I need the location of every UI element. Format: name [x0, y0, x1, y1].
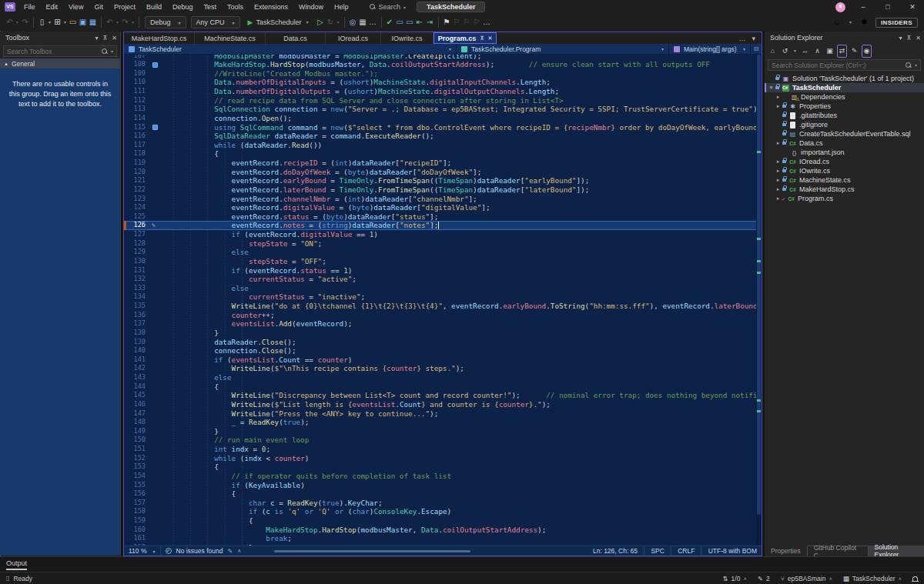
tree-item-taskscheduler[interactable]: ▾C#TaskScheduler	[765, 83, 924, 92]
toggle-bookmark-icon[interactable]: ⚑	[442, 15, 452, 30]
panel-tab-solution-explorer[interactable]: Solution Explorer	[869, 546, 924, 556]
tree-item-properties[interactable]: ▸✱Properties	[765, 102, 924, 111]
code-line[interactable]: 132 currentStatus = "active";	[124, 275, 762, 284]
chevron-right-icon[interactable]: ▸	[775, 186, 782, 192]
next-bookmark-icon[interactable]: ⚐	[462, 15, 472, 30]
uncomment-icon[interactable]: ▭	[405, 15, 415, 30]
code-line[interactable]: 146 WriteLine($"List length is {eventsLi…	[124, 400, 762, 409]
switch-views-icon[interactable]: ↔	[800, 45, 810, 57]
code-line[interactable]: 159 {	[124, 516, 762, 526]
code-line[interactable]: 111 Data.numberOfDigitalOutputs = (ushor…	[124, 87, 762, 96]
issues-status[interactable]: No issues found	[176, 547, 223, 555]
code-line[interactable]: 119 eventRecord.recipeID = (int)dataRead…	[124, 159, 762, 168]
feedback-icon[interactable]: ☺	[832, 15, 842, 30]
code-line[interactable]: 118 {	[124, 149, 762, 159]
code-line[interactable]: 160 MakeHardStop.HardStop(modbusMaster, …	[124, 526, 762, 535]
zoom-select[interactable]: 110 % ▾	[129, 547, 161, 555]
chevron-down-icon[interactable]: ▾	[899, 35, 902, 42]
code-line[interactable]: 143 else	[124, 373, 762, 382]
menu-window[interactable]: Window	[293, 0, 329, 14]
encoding-indicator[interactable]: UTF-8 with BOM	[708, 547, 757, 555]
spaces-indicator[interactable]: SPC	[651, 547, 664, 555]
code-line[interactable]: 155 if (KeyAvailable)	[124, 481, 762, 490]
code-line[interactable]: 158 if (c is 'q' or 'Q' or (char)Console…	[124, 507, 762, 516]
code-line[interactable]: 149 }	[124, 427, 762, 436]
platform-dropdown[interactable]: Any CPU▾	[191, 16, 240, 28]
line-ending-indicator[interactable]: CRLF	[678, 547, 695, 555]
tree-item-machinestate-cs[interactable]: ▸C#MachineState.cs	[765, 175, 924, 185]
comment-icon[interactable]: ▭	[395, 15, 405, 30]
tree-item-important-json[interactable]: {}important.json	[765, 148, 924, 157]
close-icon[interactable]: ✕	[112, 35, 117, 42]
code-line[interactable]: 126✎ eventRecord.notes = (string)dataRea…	[124, 221, 762, 230]
tree-item-iowrite-cs[interactable]: ▸C#IOwrite.cs	[765, 166, 924, 175]
nav-back-icon[interactable]: ↶	[5, 15, 15, 30]
solution-explorer-search-input[interactable]	[772, 62, 906, 69]
tree-item-ioread-cs[interactable]: ▸C#IOread.cs	[765, 157, 924, 166]
tab-program-cs[interactable]: Program.cs⊼✕	[434, 32, 497, 44]
menu-extensions[interactable]: Extensions	[249, 0, 293, 14]
pin-icon[interactable]: ⊼	[102, 35, 107, 42]
tab-makehardstop-cs[interactable]: MakeHardStop.cs	[124, 32, 195, 44]
save-icon[interactable]: ▣	[78, 15, 88, 30]
branch-status[interactable]: ⑂ep5BASmain∧	[781, 575, 832, 582]
feedback-monitor-icon[interactable]: ▯	[6, 575, 9, 582]
code-line[interactable]: 109 //WriteLine("Created Modbus master."…	[124, 69, 762, 78]
tree-item--gitattributes[interactable]: .gitattributes	[765, 111, 924, 120]
solution-explorer-search[interactable]: ▾	[768, 59, 921, 71]
scope-to-this-icon[interactable]: ⇄	[837, 45, 847, 58]
code-line[interactable]: 151 int indx = 0;	[124, 445, 762, 454]
new-file-icon[interactable]: ▯	[37, 15, 47, 30]
tree-item-dependencies[interactable]: ▸▥⚠Dependencies	[765, 92, 924, 102]
toolbox-group-general[interactable]: ▲ General	[0, 58, 120, 68]
tab-iowrite-cs[interactable]: IOwrite.cs	[381, 32, 434, 44]
decrease-indent-icon[interactable]: ⇤	[415, 15, 425, 30]
close-icon[interactable]: ✕	[487, 35, 492, 42]
tree-item-solution-taskscheduler-1-of-1-project-[interactable]: ▣Solution 'TaskScheduler' (1 of 1 projec…	[765, 74, 924, 83]
chevron-down-icon[interactable]: ▾	[768, 85, 775, 91]
chevron-down-icon[interactable]: ▾	[95, 35, 98, 42]
code-line[interactable]: 122 eventRecord.laterBound = TimeOnly.Fr…	[124, 185, 762, 195]
health-check-icon[interactable]: ✔	[166, 548, 172, 554]
code-line[interactable]: 128 stepState = "ON";	[124, 239, 762, 249]
code-line[interactable]: 114 connection.Open();	[124, 114, 762, 123]
code-line[interactable]: 148 _ = ReadKey(true);	[124, 418, 762, 427]
edit-overflow-icon[interactable]: …	[482, 15, 492, 30]
split-editor-icon[interactable]: ⊟	[751, 44, 762, 54]
code-editor[interactable]: 107 ModbusIpMaster modbusMaster = Modbus…	[124, 55, 762, 546]
tab-overflow-icon[interactable]: …	[738, 35, 745, 42]
settings-gear-icon[interactable]: ✱	[859, 15, 869, 30]
nav-back-caret-icon[interactable]: ▾	[15, 15, 20, 30]
code-line[interactable]: 107 ModbusIpMaster modbusMaster = Modbus…	[124, 55, 762, 60]
tree-item-createtaskschedulereventtable-sql[interactable]: ▤CreateTaskSchedulerEventTable.sql	[765, 129, 924, 138]
maximize-button[interactable]: □	[881, 3, 895, 11]
horizontal-scrollbar[interactable]	[274, 550, 470, 552]
code-line[interactable]: 137 eventsList.Add(eventRecord);	[124, 319, 762, 329]
menu-project[interactable]: Project	[109, 0, 141, 14]
feedback-caret-icon[interactable]: ▾	[848, 15, 853, 30]
undo-caret-icon[interactable]: ▾	[115, 15, 120, 30]
close-icon[interactable]: ✕	[916, 35, 921, 42]
toolbar-overflow-icon[interactable]: …	[368, 15, 378, 30]
window-layout-icon[interactable]: ▦	[358, 15, 368, 30]
tree-item-program-cs[interactable]: ▸✔C#Program.cs	[765, 194, 924, 203]
scrollbar-thumb[interactable]	[757, 55, 761, 515]
start-without-debugging-icon[interactable]: ▷	[316, 15, 326, 30]
code-line[interactable]: 156 {	[124, 489, 762, 499]
menu-build[interactable]: Build	[141, 0, 167, 14]
code-line[interactable]: 120 eventRecord.doDayOfWeek = (byte)data…	[124, 168, 762, 177]
code-line[interactable]: 161 break;	[124, 534, 762, 543]
repo-status[interactable]: ▦TaskScheduler∧	[843, 575, 902, 582]
code-line[interactable]: 144 {	[124, 382, 762, 392]
open-file-icon[interactable]: ▭	[68, 15, 78, 30]
code-line[interactable]: 125 eventRecord.status = (byte)dataReade…	[124, 212, 762, 222]
chevron-right-icon[interactable]: ▸	[775, 94, 782, 100]
prev-bookmark-icon[interactable]: ⚐	[452, 15, 462, 30]
code-cleanup-icon[interactable]: ✎	[227, 548, 233, 555]
properties-window-icon[interactable]: ▣	[825, 45, 835, 57]
nav-forward-icon[interactable]: ↷	[20, 15, 30, 30]
code-line[interactable]: 127 if (eventRecord.digitalValue == 1)	[124, 230, 762, 239]
code-line[interactable]: 129 else	[124, 248, 762, 257]
code-line[interactable]: 113 SqlConnection connection = new("Serv…	[124, 105, 762, 114]
chevron-right-icon[interactable]: ▸	[775, 168, 782, 174]
